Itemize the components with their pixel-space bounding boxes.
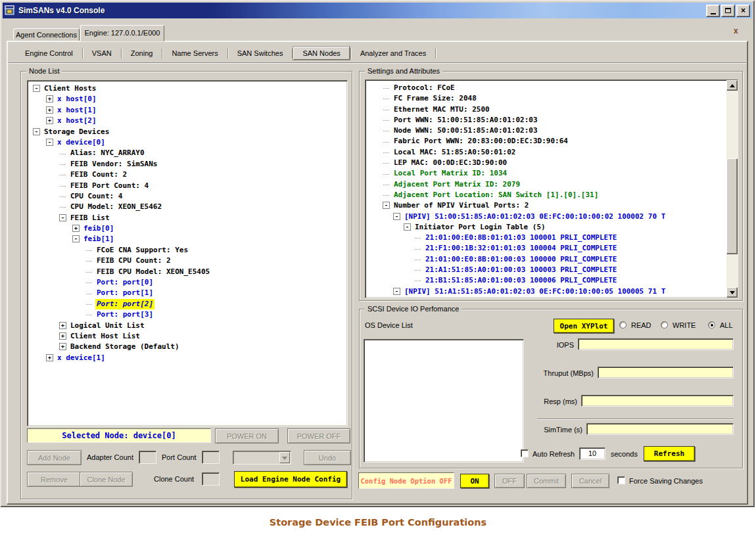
adapter-count-input[interactable]: [139, 451, 156, 464]
tree-node-label[interactable]: Port: port[1]: [95, 288, 154, 298]
tree-node[interactable]: Port: port[1]: [28, 288, 347, 298]
tree-node[interactable]: 21:01:00:E0:8B:01:00:03 100000 PRLI_COMP…: [366, 254, 738, 265]
node-type-combobox[interactable]: [233, 451, 291, 465]
tree-node[interactable]: +Backend Storage (Default): [28, 342, 347, 352]
iops-input[interactable]: [578, 338, 734, 350]
force-saving-checkbox[interactable]: [617, 476, 625, 484]
tree-node-label[interactable]: 21:01:00:E0:8B:01:00:03 100000 PRLI_COMP…: [424, 254, 618, 265]
tree-node[interactable]: +Logical Unit List: [28, 321, 347, 331]
tree-node-label[interactable]: FEIB Count: 2: [69, 170, 128, 180]
tab-san-nodes[interactable]: SAN Nodes: [293, 47, 349, 60]
tree-node-label[interactable]: FC Frame Size: 2048: [392, 93, 478, 104]
collapse-icon[interactable]: -: [393, 288, 400, 295]
collapse-icon[interactable]: -: [33, 85, 40, 92]
tree-node[interactable]: -Storage Devices: [28, 127, 347, 137]
settings-scrollbar[interactable]: [726, 80, 738, 298]
tree-node[interactable]: Port: port[3]: [28, 309, 347, 320]
tree-node-label[interactable]: [NPIV] 51:A1:51:85:A0:01:02:03 0E:FC:00:…: [403, 286, 667, 297]
tree-node-label[interactable]: feib[0]: [82, 223, 115, 234]
tree-node-label[interactable]: x host[0]: [56, 94, 98, 104]
tree-node-label[interactable]: FCoE CNA Support: Yes: [95, 245, 189, 256]
tree-node[interactable]: FCoE CNA Support: Yes: [28, 245, 347, 256]
tree-node[interactable]: FC Frame Size: 2048: [366, 93, 738, 104]
expand-icon[interactable]: +: [59, 322, 66, 329]
tree-node[interactable]: +x host[0]: [28, 94, 347, 104]
tree-node-label[interactable]: Port: port[3]: [95, 309, 154, 320]
tree-node-label[interactable]: Storage Devices: [43, 127, 110, 137]
scroll-up-icon[interactable]: [726, 80, 738, 91]
tree-node-label[interactable]: FEIB CPU Count: 2: [95, 256, 172, 266]
tree-node[interactable]: -Initiator Port Login Table (5): [366, 297, 738, 298]
collapse-icon[interactable]: -: [383, 202, 390, 209]
tree-node[interactable]: CPU Count: 4: [28, 191, 347, 202]
tree-node[interactable]: Protocol: FCoE: [366, 83, 738, 93]
tab-vsan[interactable]: VSAN: [83, 47, 120, 59]
tree-node[interactable]: Port: port[2]: [28, 299, 347, 309]
tree-node-label[interactable]: 21:01:00:E0:8B:01:01:03 100001 PRLI_COMP…: [424, 233, 618, 243]
tab-engine-control[interactable]: Engine Control: [16, 47, 82, 59]
tree-node-label[interactable]: x host[1]: [56, 105, 98, 116]
tree-node[interactable]: Alias: NYC_ARRAY0: [28, 148, 347, 158]
commit-button[interactable]: Commit: [527, 474, 566, 488]
tree-node-label[interactable]: 21:A1:51:85:A0:01:00:03 100003 PRLI_COMP…: [424, 265, 618, 275]
chevron-down-icon[interactable]: [279, 452, 290, 463]
expand-icon[interactable]: +: [46, 95, 53, 102]
tree-node[interactable]: -FEIB List: [28, 213, 347, 223]
tree-node[interactable]: Local Port Matrix ID: 1034: [366, 168, 738, 179]
undo-button[interactable]: Undo: [304, 450, 351, 465]
tree-node-label[interactable]: FEIB CPU Model: XEON_E5405: [95, 267, 211, 277]
tree-node[interactable]: -Client Hosts: [28, 83, 347, 94]
refresh-seconds-input[interactable]: 10: [579, 447, 605, 460]
tree-node-label[interactable]: x host[2]: [56, 116, 98, 126]
tree-node-label[interactable]: CPU Count: 4: [69, 191, 124, 202]
os-device-listbox[interactable]: [364, 339, 524, 463]
tree-node-label[interactable]: CPU Model: XEON_E5462: [69, 202, 163, 212]
expand-icon[interactable]: +: [59, 332, 66, 340]
tree-node[interactable]: +x host[1]: [28, 105, 347, 116]
tab-agent-connections[interactable]: Agent Connections: [13, 28, 80, 41]
tree-node[interactable]: Adjacent Port Matrix ID: 2079: [366, 179, 738, 190]
simtime-input[interactable]: [586, 423, 734, 435]
tree-node-label[interactable]: Local MAC: 51:85:A0:50:01:02: [392, 147, 517, 158]
tree-node[interactable]: -[NPIV] 51:00:51:85:A0:01:02:03 0E:FC:00…: [366, 212, 738, 222]
node-tree[interactable]: -Client Hosts+x host[0]+x host[1]+x host…: [27, 80, 348, 426]
tree-node-label[interactable]: Fabric Port WWN: 20:83:00:0D:EC:3D:90:64: [392, 136, 569, 147]
collapse-icon[interactable]: -: [33, 128, 40, 135]
tab-san-switches[interactable]: SAN Switches: [229, 47, 292, 59]
tree-node-label[interactable]: Node WWN: 50:00:51:85:A0:01:02:03: [392, 125, 539, 136]
scrollbar-thumb[interactable]: [726, 158, 738, 254]
tree-node[interactable]: -feib[1]: [28, 234, 347, 244]
tree-node-label[interactable]: Protocol: FCoE: [392, 83, 456, 93]
auto-refresh-checkbox[interactable]: [521, 449, 529, 457]
tree-node[interactable]: +feib[0]: [28, 223, 347, 234]
tree-node[interactable]: +x host[2]: [28, 116, 347, 126]
tree-node-label[interactable]: 21:B1:51:85:A0:01:00:03 100006 PRLI_COMP…: [424, 275, 618, 286]
load-engine-node-config-button[interactable]: Load Engine Node Config: [234, 471, 347, 487]
tree-node[interactable]: CPU Model: XEON_E5462: [28, 202, 347, 212]
tree-node-label[interactable]: Port: port[0]: [95, 277, 154, 288]
tab-name-servers[interactable]: Name Servers: [163, 47, 226, 59]
thruput-input[interactable]: [598, 367, 734, 378]
tree-node-label[interactable]: Client Host List: [69, 331, 141, 342]
tree-node[interactable]: FEIB Count: 2: [28, 170, 347, 180]
tree-node[interactable]: -Number of NPIV Virtual Ports: 2: [366, 200, 738, 211]
tree-node[interactable]: 21:01:00:E0:8B:01:01:03 100001 PRLI_COMP…: [366, 233, 738, 243]
tree-node[interactable]: +x device[1]: [28, 353, 347, 363]
tree-node[interactable]: 21:B1:51:85:A0:01:00:03 100006 PRLI_COMP…: [366, 275, 738, 286]
open-xyplot-button[interactable]: Open XYPlot: [554, 319, 614, 333]
tree-node-label[interactable]: Backend Storage (Default): [69, 342, 181, 352]
tree-node-label[interactable]: Adjacent Port Matrix ID: 2079: [392, 179, 521, 190]
tree-node[interactable]: -x device[0]: [28, 137, 347, 148]
write-radio[interactable]: [661, 321, 668, 329]
collapse-icon[interactable]: -: [72, 235, 80, 242]
tree-node[interactable]: FEIB CPU Model: XEON_E5405: [28, 267, 347, 277]
remove-button[interactable]: Remove: [27, 472, 82, 487]
collapse-icon[interactable]: -: [404, 223, 411, 231]
tree-node-label[interactable]: Port WWN: 51:00:51:85:A0:01:02:03: [392, 115, 539, 125]
tree-node-label[interactable]: x device[0]: [56, 137, 106, 148]
tree-node-label[interactable]: Local Port Matrix ID: 1034: [392, 168, 508, 179]
tree-node-label[interactable]: Alias: NYC_ARRAY0: [69, 148, 146, 158]
resp-input[interactable]: [581, 395, 734, 407]
tree-node-label[interactable]: x device[1]: [56, 353, 106, 363]
power-off-button[interactable]: POWER OFF: [287, 428, 350, 443]
